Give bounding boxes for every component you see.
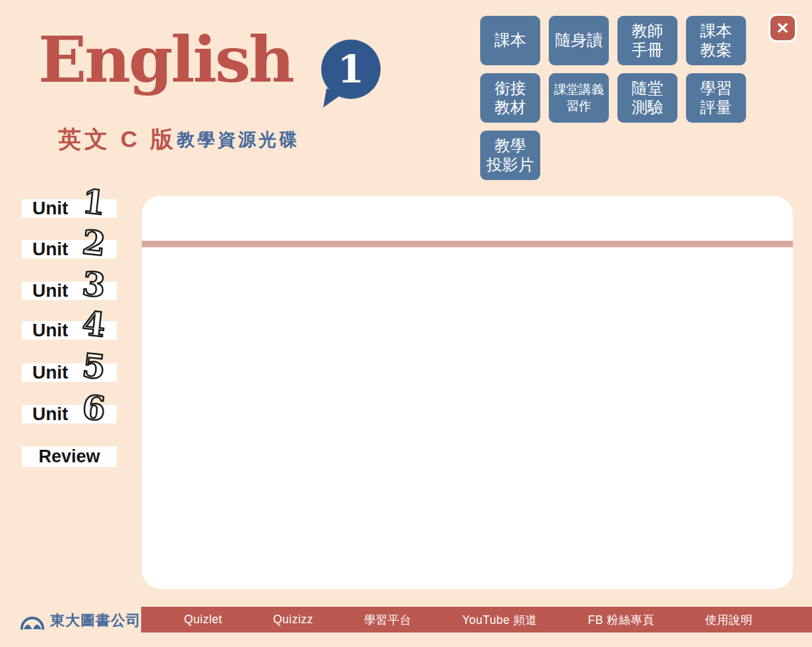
content-panel (142, 196, 793, 589)
sidebar-item-unit-2[interactable]: Unit 2 (22, 240, 117, 259)
sidebar-item-unit-6[interactable]: Unit 6 (22, 405, 117, 423)
textbook-button-label: 課本 (495, 31, 526, 49)
publisher-logo: 東大圖書公司 (20, 608, 141, 632)
disc-title: 教學資源光碟 (177, 128, 299, 152)
in-class-quiz-line2: 測驗 (632, 98, 664, 117)
teacher-manual-line1: 教師 (632, 22, 664, 40)
textbook-lesson-plan-line1: 課本 (701, 22, 732, 40)
volume-1-badge: 1 (321, 40, 381, 99)
sidebar-item-unit-5[interactable]: Unit 5 (22, 363, 117, 382)
footer-link-youtube-channel[interactable]: YouTube 頻道 (462, 612, 538, 628)
speech-bubble-tail-icon (323, 88, 342, 108)
unit-5-number: 5 (80, 349, 107, 384)
textbook-lesson-plan-line2: 教案 (701, 41, 732, 59)
textbook-button[interactable]: 課本 (480, 16, 540, 65)
class-handout-workbook-button[interactable]: 課堂講義 習作 (549, 73, 609, 123)
unit-2-number: 2 (80, 226, 107, 261)
unit-5-label: Unit (32, 362, 68, 383)
sidebar-item-review[interactable]: Review (22, 447, 117, 467)
footer-link-quizlet[interactable]: Quizlet (184, 613, 222, 627)
close-button[interactable]: ✕ (768, 14, 797, 42)
unit-3-number: 3 (80, 267, 107, 302)
in-class-quiz-button[interactable]: 隨堂 測驗 (617, 73, 677, 123)
unit-6-label: Unit (32, 404, 68, 425)
teaching-slides-line2: 投影片 (487, 156, 534, 174)
pocket-reader-button-label: 隨身讀 (555, 31, 603, 49)
unit-4-number: 4 (80, 307, 107, 342)
teacher-manual-line2: 手冊 (632, 41, 664, 59)
footer-link-user-guide[interactable]: 使用說明 (705, 612, 753, 628)
english-logo-text: English (38, 25, 293, 95)
sidebar-item-unit-4[interactable]: Unit 4 (22, 321, 117, 340)
review-label: Review (38, 447, 100, 467)
teaching-slides-button[interactable]: 教學 投影片 (480, 131, 540, 180)
rainbow-arch-icon (20, 608, 45, 632)
textbook-lesson-plan-button[interactable]: 課本 教案 (686, 16, 746, 65)
class-handout-workbook-line1: 課堂講義 (554, 82, 604, 98)
bridging-materials-line1: 銜接 (495, 79, 526, 98)
learning-assessment-button[interactable]: 學習 評量 (686, 73, 746, 123)
in-class-quiz-line1: 隨堂 (632, 79, 664, 98)
footer-link-quizizz[interactable]: Quizizz (273, 613, 313, 627)
unit-2-label: Unit (32, 239, 68, 260)
app-window: { "header": { "logo_text": "English", "v… (0, 0, 812, 647)
unit-4-label: Unit (32, 320, 68, 341)
bridging-materials-button[interactable]: 銜接 教材 (480, 73, 540, 123)
unit-1-number: 1 (80, 185, 107, 220)
teaching-slides-line1: 教學 (495, 137, 526, 155)
close-icon: ✕ (776, 20, 789, 36)
sidebar-item-unit-3[interactable]: Unit 3 (22, 282, 117, 300)
pocket-reader-button[interactable]: 隨身讀 (549, 16, 609, 65)
learning-assessment-line2: 評量 (701, 98, 732, 117)
volume-number: 1 (338, 50, 364, 88)
learning-assessment-line1: 學習 (701, 79, 732, 98)
unit-6-number: 6 (80, 390, 107, 425)
series-label: 英文 C 版 (58, 124, 177, 155)
footer-bar: Quizlet Quizizz 學習平台 YouTube 頻道 FB 粉絲專頁 … (141, 607, 812, 632)
unit-3-label: Unit (32, 280, 68, 301)
content-divider (142, 241, 793, 247)
teacher-manual-button[interactable]: 教師 手冊 (617, 16, 677, 65)
sidebar-item-unit-1[interactable]: Unit 1 (22, 199, 117, 218)
publisher-name: 東大圖書公司 (50, 611, 141, 631)
unit-1-label: Unit (32, 198, 68, 219)
footer-link-fb-fanpage[interactable]: FB 粉絲專頁 (588, 612, 654, 628)
resource-button-grid: 課本 隨身讀 教師 手冊 課本 教案 銜接 教材 課堂講義 習作 隨堂 測驗 學… (480, 16, 746, 180)
class-handout-workbook-line2: 習作 (567, 98, 592, 115)
bridging-materials-line2: 教材 (495, 98, 526, 117)
footer-link-learning-platform[interactable]: 學習平台 (364, 612, 412, 628)
